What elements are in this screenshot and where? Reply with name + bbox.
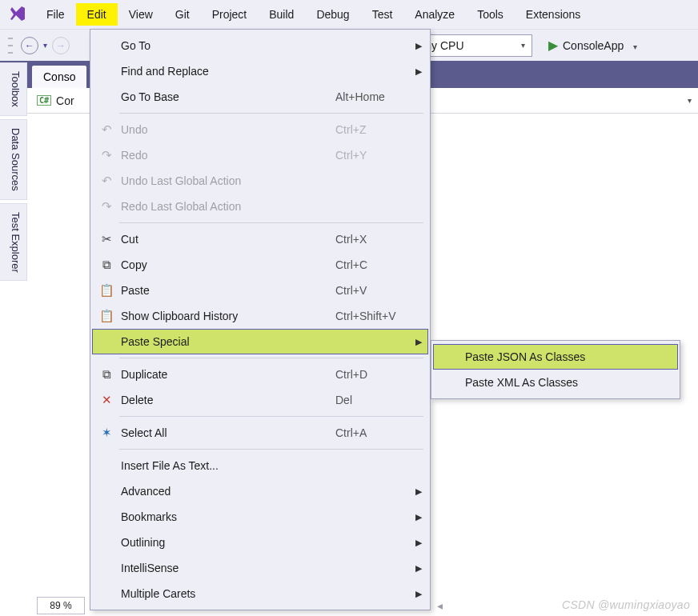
delete-icon: ✕ bbox=[95, 393, 118, 407]
toolbar-grip-icon[interactable] bbox=[8, 38, 13, 54]
menubar: File Edit View Git Project Build Debug T… bbox=[0, 0, 698, 29]
paste-icon: 📋 bbox=[95, 309, 118, 323]
chevron-down-icon: ▾ bbox=[521, 41, 525, 50]
copy-icon: ⧉ bbox=[95, 258, 118, 272]
submenu-arrow-icon: ▶ bbox=[415, 41, 422, 51]
redo-icon: ↷ bbox=[95, 199, 118, 214]
undo-icon: ↶ bbox=[95, 174, 118, 188]
menu-tools[interactable]: Tools bbox=[466, 3, 515, 26]
menu-analyze[interactable]: Analyze bbox=[403, 3, 466, 26]
edit-find-replace[interactable]: Find and Replace ▶ bbox=[92, 58, 428, 84]
paste-xml-as-classes[interactable]: Paste XML As Classes bbox=[433, 370, 678, 395]
submenu-arrow-icon: ▶ bbox=[415, 486, 422, 497]
edit-paste[interactable]: 📋 Paste Ctrl+V bbox=[92, 278, 428, 303]
edit-redo[interactable]: ↷ Redo Ctrl+Y bbox=[92, 142, 428, 168]
paste-icon: 📋 bbox=[95, 283, 118, 298]
sidetab-toolbox[interactable]: Toolbox bbox=[0, 62, 27, 116]
redo-icon: ↷ bbox=[95, 148, 118, 162]
menu-separator bbox=[119, 113, 423, 114]
menu-project[interactable]: Project bbox=[201, 3, 259, 26]
menu-build[interactable]: Build bbox=[258, 3, 305, 26]
undo-icon: ↶ bbox=[95, 122, 118, 137]
submenu-arrow-icon: ▶ bbox=[415, 337, 422, 347]
edit-intellisense[interactable]: IntelliSense ▶ bbox=[92, 555, 428, 581]
edit-advanced[interactable]: Advanced ▶ bbox=[92, 478, 428, 504]
menu-separator bbox=[119, 449, 423, 450]
zoom-level[interactable]: 89 % bbox=[37, 597, 85, 614]
edit-menu-popup: Go To ▶ Find and Replace ▶ Go To Base Al… bbox=[90, 29, 431, 610]
select-all-icon: ✶ bbox=[95, 426, 118, 440]
edit-redo-global[interactable]: ↷ Redo Last Global Action bbox=[92, 194, 428, 219]
edit-paste-special[interactable]: Paste Special ▶ bbox=[92, 329, 428, 354]
sidetab-data-sources[interactable]: Data Sources bbox=[0, 119, 27, 200]
watermark-text: CSDN @wumingxiaoyao bbox=[562, 598, 690, 611]
play-icon: ▶ bbox=[548, 38, 558, 53]
edit-multiple-carets[interactable]: Multiple Carets ▶ bbox=[92, 581, 428, 606]
submenu-arrow-icon: ▶ bbox=[415, 66, 422, 77]
edit-duplicate[interactable]: ⧉ Duplicate Ctrl+D bbox=[92, 362, 428, 387]
menu-separator bbox=[119, 416, 423, 417]
edit-undo-global[interactable]: ↶ Undo Last Global Action bbox=[92, 168, 428, 194]
menu-file[interactable]: File bbox=[35, 3, 76, 26]
menu-git[interactable]: Git bbox=[164, 3, 201, 26]
edit-goto-base[interactable]: Go To Base Alt+Home bbox=[92, 84, 428, 110]
chevron-down-icon bbox=[628, 39, 637, 52]
edit-cut[interactable]: ✂ Cut Ctrl+X bbox=[92, 226, 428, 252]
nav-forward-button[interactable]: → bbox=[52, 37, 70, 54]
menu-separator bbox=[119, 222, 423, 223]
copy-icon: ⧉ bbox=[95, 367, 118, 382]
chevron-down-icon: ▾ bbox=[688, 96, 692, 105]
run-target-label: ConsoleApp bbox=[563, 39, 624, 52]
edit-outlining[interactable]: Outlining ▶ bbox=[92, 530, 428, 555]
nav-back-button[interactable]: ← bbox=[21, 37, 38, 54]
edit-copy[interactable]: ⧉ Copy Ctrl+C bbox=[92, 252, 428, 278]
csharp-file-icon: C# bbox=[37, 95, 51, 106]
paste-json-as-classes[interactable]: Paste JSON As Classes bbox=[433, 344, 678, 370]
cut-icon: ✂ bbox=[95, 232, 118, 246]
left-tool-tabs: Toolbox Data Sources Test Explorer bbox=[0, 62, 27, 284]
submenu-arrow-icon: ▶ bbox=[415, 589, 422, 599]
visual-studio-logo-icon bbox=[5, 2, 30, 27]
edit-undo[interactable]: ↶ Undo Ctrl+Z bbox=[92, 117, 428, 142]
paste-special-submenu: Paste JSON As Classes Paste XML As Class… bbox=[431, 340, 680, 399]
edit-goto[interactable]: Go To ▶ bbox=[92, 33, 428, 58]
menu-test[interactable]: Test bbox=[361, 3, 404, 26]
nav-left-dropdown[interactable]: Cor bbox=[56, 94, 81, 107]
edit-select-all[interactable]: ✶ Select All Ctrl+A bbox=[92, 420, 428, 446]
run-target[interactable]: ▶ ConsoleApp bbox=[548, 38, 637, 53]
edit-delete[interactable]: ✕ Delete Del bbox=[92, 387, 428, 413]
edit-clipboard-history[interactable]: 📋 Show Clipboard History Ctrl+Shift+V bbox=[92, 303, 428, 329]
edit-insert-file[interactable]: Insert File As Text... bbox=[92, 453, 428, 478]
menu-view[interactable]: View bbox=[118, 3, 164, 26]
scroll-left-icon[interactable]: ◂ bbox=[431, 597, 448, 614]
menu-extensions[interactable]: Extensions bbox=[515, 3, 592, 26]
submenu-arrow-icon: ▶ bbox=[415, 512, 422, 522]
menu-debug[interactable]: Debug bbox=[305, 3, 360, 26]
menu-separator bbox=[119, 358, 423, 358]
document-tab[interactable]: Conso bbox=[32, 66, 86, 88]
submenu-arrow-icon: ▶ bbox=[415, 563, 422, 574]
menu-edit[interactable]: Edit bbox=[76, 3, 118, 26]
submenu-arrow-icon: ▶ bbox=[415, 538, 422, 548]
edit-bookmarks[interactable]: Bookmarks ▶ bbox=[92, 504, 428, 530]
nav-back-caret-icon[interactable]: ▾ bbox=[43, 41, 47, 50]
sidetab-test-explorer[interactable]: Test Explorer bbox=[0, 203, 27, 282]
